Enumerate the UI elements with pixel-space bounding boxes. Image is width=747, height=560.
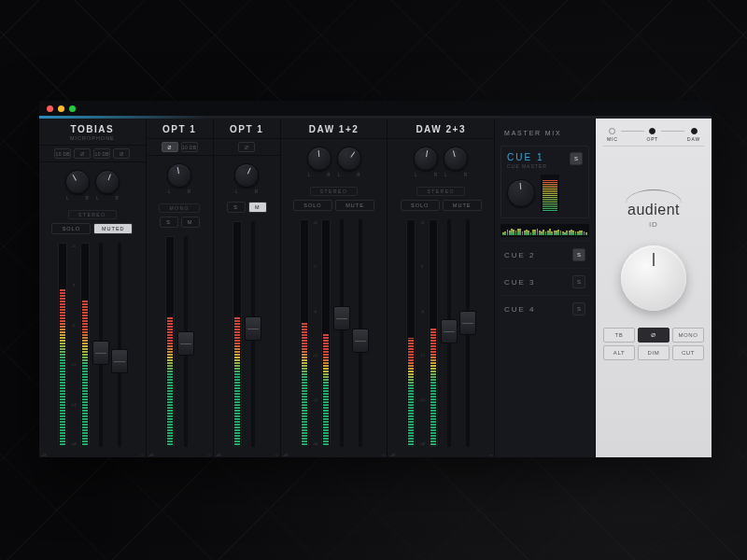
fader-track[interactable] [466,219,470,447]
cue-solo-button[interactable]: S [572,248,585,261]
level-meter [429,219,438,447]
mute-button[interactable]: MUTE [443,200,482,211]
cue-1-subtitle: CUE MASTER [507,163,547,169]
fader-track[interactable] [118,243,121,447]
channel-title: OPT 1 [218,124,276,134]
fader-cap[interactable] [177,331,194,356]
channel-title: TOBIAS [43,124,142,134]
source-daw[interactable]: DAW [687,128,700,142]
ø-button[interactable]: Ø [638,328,669,343]
fader-track[interactable] [184,236,188,447]
mono-button[interactable]: MONO [672,328,704,343]
close-icon[interactable] [47,105,53,112]
source-opt[interactable]: OPT [647,128,659,142]
channel-0: TOBIASMICROPHONE10 DBØ10 DBØLRLRSTEREOSO… [39,119,147,457]
master-title: MASTER MIX [500,126,589,146]
brand-logo: audient iD [626,189,682,229]
cue-label: CUE 4 [504,305,536,314]
stereo-mode-label: STEREO [68,210,117,219]
fader-cap[interactable] [245,316,261,341]
channel-title: DAW 2+3 [391,124,490,134]
radio-icon [609,128,615,134]
cue-solo-button[interactable]: S [572,275,585,288]
channel-option-pill[interactable]: Ø [74,148,91,159]
stereo-mode-label: STEREO [416,187,465,196]
m-button[interactable]: M [248,202,267,213]
source-mic[interactable]: MIC [607,128,618,142]
channel-option-pill[interactable]: 10 DB [54,148,71,159]
cue-1-knob[interactable] [507,179,535,207]
solo-button[interactable]: SOLO [293,200,332,211]
spectrum-analyzer [500,224,589,237]
master-volume-knob[interactable] [621,245,686,311]
level-meter [406,219,416,447]
channel-subtitle: MICROPHONE [43,135,142,141]
m-button[interactable]: M [181,217,200,228]
cut-button[interactable]: CUT [672,345,704,360]
pan-knob[interactable] [167,163,191,188]
s-button[interactable]: S [227,202,246,213]
radio-icon [691,128,698,134]
radio-icon [649,128,655,134]
fader-track[interactable] [251,221,255,447]
minimize-icon[interactable] [58,105,64,112]
solo-button[interactable]: SOLO [401,200,440,211]
fader-track[interactable] [99,243,103,447]
cue-label: CUE 3 [504,278,536,287]
fader-cap[interactable] [333,306,350,330]
cue-1-panel: CUE 1 CUE MASTER S [500,146,589,218]
dim-button[interactable]: DIM [638,345,669,360]
cue-label: CUE 2 [504,251,536,259]
pan-knob[interactable] [307,147,331,171]
fader-cap[interactable] [352,329,369,353]
hardware-panel: MICOPTDAW audient iD TBØMONOALTDIMCUT [596,119,712,457]
tb-button[interactable]: TB [603,328,635,343]
channel-2: OPT 1ØLRSM-48∞ [214,119,281,457]
channel-option-pill[interactable]: Ø [113,148,130,159]
cue-1-meter [541,175,559,212]
pan-knob[interactable] [414,147,438,171]
fader-cap[interactable] [441,319,458,343]
level-meter [58,243,67,447]
fader-track[interactable] [359,219,362,447]
fader-track[interactable] [447,219,451,447]
titlebar [39,101,712,116]
s-button[interactable]: S [160,217,178,228]
level-meter [165,236,175,447]
mute-button[interactable]: MUTE [335,200,374,211]
channel-title: DAW 1+2 [285,124,384,134]
pan-knob[interactable] [234,163,259,188]
mixer-window: TOBIASMICROPHONE10 DBØ10 DBØLRLRSTEREOSO… [39,101,712,457]
channel-option-pill[interactable]: 10 DB [93,148,110,159]
cue-1-solo-button[interactable]: S [570,152,583,165]
pan-knob[interactable] [65,170,90,194]
channel-3: DAW 1+2LRLRSTEREOSOLOMUTE+60-6-12-24-48-… [281,119,388,457]
fader-cap[interactable] [459,311,476,335]
solo-button[interactable]: SOLO [51,223,91,234]
channel-1: OPT 1Ø10 DBLRMONOSM-48∞ [147,119,214,457]
level-meter [233,221,242,447]
cue-solo-button[interactable]: S [572,302,585,315]
pan-knob[interactable] [337,147,361,171]
cue-1-title: CUE 1 [507,152,547,162]
channel-option-pill[interactable]: Ø [238,142,255,152]
stereo-mode-label: STEREO [310,187,359,196]
level-meter [321,219,331,447]
channel-4: DAW 2+3LRLRSTEREOSOLOMUTE+60-6-12-24-48-… [388,119,495,457]
pan-knob[interactable] [444,147,468,171]
zoom-icon[interactable] [69,105,76,112]
fader-cap[interactable] [111,349,128,373]
stereo-mode-label: MONO [159,203,200,213]
level-meter [300,219,309,447]
cue-row: CUE 2S [500,241,589,268]
muted-button[interactable]: MUTED [93,223,133,234]
master-section: MASTER MIX CUE 1 CUE MASTER S [495,119,596,457]
fader-cap[interactable] [92,341,109,365]
channel-option-pill[interactable]: 10 DB [181,142,198,152]
channel-option-pill[interactable]: Ø [162,142,178,152]
pan-knob[interactable] [95,170,120,194]
level-meter [80,243,90,447]
fader-track[interactable] [340,219,344,447]
cue-row: CUE 4S [500,295,589,322]
alt-button[interactable]: ALT [603,345,635,360]
